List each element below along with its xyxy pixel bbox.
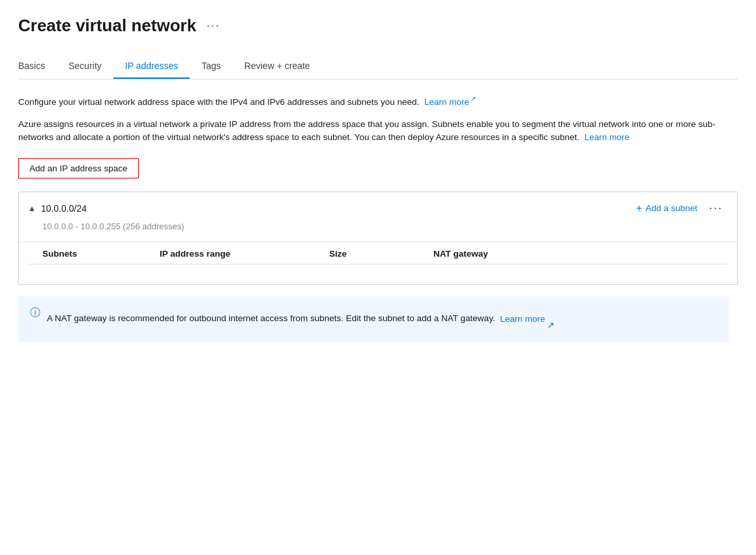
learn-more-link-nat[interactable]: Learn more ↗: [500, 306, 555, 333]
nat-info-box: ⓘ A NAT gateway is recommended for outbo…: [18, 296, 729, 342]
ip-space-more-button[interactable]: ···: [706, 201, 725, 215]
collapse-icon[interactable]: ▲: [28, 204, 36, 213]
external-link-icon-nat: ↗: [547, 306, 555, 333]
col-header-size: Size: [329, 249, 433, 259]
description-2: Azure assigns resources in a virtual net…: [18, 118, 729, 145]
add-ip-address-space-button[interactable]: Add an IP address space: [18, 158, 139, 178]
col-header-nat-gateway: NAT gateway: [433, 249, 564, 259]
col-header-ip-range: IP address range: [160, 249, 329, 259]
tab-review-create[interactable]: Review + create: [233, 54, 322, 79]
tab-bar: Basics Security IP addresses Tags Review…: [18, 54, 738, 79]
title-more-button[interactable]: ···: [203, 16, 224, 35]
plus-icon: +: [636, 203, 642, 214]
ip-range-text: 10.0.0.0 - 10.0.0.255 (256 addresses): [19, 221, 737, 240]
ip-space-header: ▲ 10.0.0.0/24 + Add a subnet ···: [19, 192, 737, 221]
ip-cidr: 10.0.0.0/24: [41, 203, 87, 214]
learn-more-link-1[interactable]: Learn more↗: [424, 97, 476, 107]
tab-basics[interactable]: Basics: [18, 54, 57, 79]
info-icon: ⓘ: [30, 306, 40, 320]
external-link-icon-1: ↗: [471, 94, 476, 104]
add-subnet-button[interactable]: + Add a subnet: [636, 203, 697, 214]
tab-security[interactable]: Security: [57, 54, 113, 79]
description-1: Configure your virtual network address s…: [18, 94, 729, 109]
learn-more-link-2[interactable]: Learn more: [585, 132, 630, 142]
col-header-subnets: Subnets: [42, 249, 160, 259]
ip-space-left: ▲ 10.0.0.0/24: [28, 203, 87, 214]
subnet-table-body: [19, 264, 737, 284]
tab-tags[interactable]: Tags: [190, 54, 233, 79]
nat-info-text: A NAT gateway is recommended for outboun…: [47, 306, 555, 333]
ip-space-card: ▲ 10.0.0.0/24 + Add a subnet ··· 10.0.0.…: [18, 192, 738, 285]
subnet-table-header: Subnets IP address range Size NAT gatewa…: [19, 242, 737, 264]
tab-ip-addresses[interactable]: IP addresses: [113, 54, 190, 79]
ip-space-right: + Add a subnet ···: [636, 201, 725, 215]
page-title-row: Create virtual network ···: [18, 16, 738, 36]
page-title: Create virtual network: [18, 16, 196, 36]
